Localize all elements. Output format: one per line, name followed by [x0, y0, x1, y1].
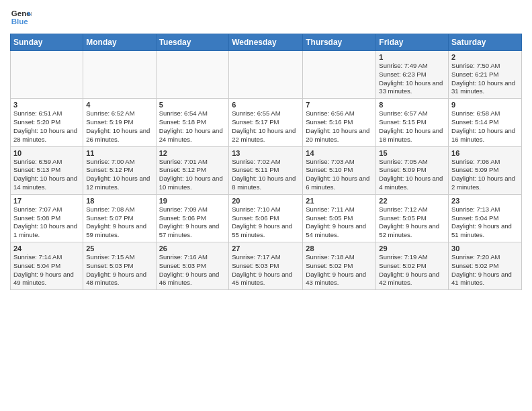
logo: General Blue — [10, 7, 32, 28]
calendar-day-cell: 7Sunrise: 6:56 AM Sunset: 5:16 PM Daylig… — [303, 99, 376, 146]
logo-icon: General Blue — [10, 7, 32, 28]
calendar-day-cell: 19Sunrise: 7:09 AM Sunset: 5:06 PM Dayli… — [156, 194, 229, 242]
day-info: Sunrise: 7:15 AM Sunset: 5:03 PM Dayligh… — [86, 253, 152, 287]
calendar-day-cell: 12Sunrise: 7:01 AM Sunset: 5:12 PM Dayli… — [156, 146, 229, 194]
day-number: 6 — [232, 101, 300, 109]
calendar-day-cell — [229, 51, 303, 99]
calendar-week-row: 24Sunrise: 7:14 AM Sunset: 5:04 PM Dayli… — [11, 242, 522, 290]
day-info: Sunrise: 7:02 AM Sunset: 5:11 PM Dayligh… — [232, 158, 300, 192]
day-info: Sunrise: 7:11 AM Sunset: 5:05 PM Dayligh… — [306, 205, 373, 240]
calendar-day-cell: 3Sunrise: 6:51 AM Sunset: 5:20 PM Daylig… — [11, 99, 83, 146]
day-number: 9 — [451, 101, 519, 109]
calendar-day-header: Monday — [83, 34, 156, 51]
day-info: Sunrise: 7:18 AM Sunset: 5:02 PM Dayligh… — [306, 253, 373, 287]
day-info: Sunrise: 7:49 AM Sunset: 6:23 PM Dayligh… — [379, 62, 445, 96]
day-number: 30 — [451, 244, 519, 253]
day-info: Sunrise: 6:55 AM Sunset: 5:17 PM Dayligh… — [232, 109, 300, 144]
day-number: 29 — [379, 244, 445, 253]
calendar-day-cell: 30Sunrise: 7:20 AM Sunset: 5:02 PM Dayli… — [449, 242, 522, 290]
calendar-day-cell: 5Sunrise: 6:54 AM Sunset: 5:18 PM Daylig… — [156, 99, 229, 146]
calendar-day-cell: 29Sunrise: 7:19 AM Sunset: 5:02 PM Dayli… — [376, 242, 449, 290]
day-info: Sunrise: 6:57 AM Sunset: 5:15 PM Dayligh… — [379, 109, 445, 144]
calendar-day-header: Sunday — [11, 34, 83, 51]
day-info: Sunrise: 6:56 AM Sunset: 5:16 PM Dayligh… — [306, 109, 373, 144]
day-info: Sunrise: 6:51 AM Sunset: 5:20 PM Dayligh… — [13, 109, 80, 144]
day-number: 23 — [451, 197, 519, 205]
day-info: Sunrise: 7:14 AM Sunset: 5:04 PM Dayligh… — [13, 253, 80, 287]
day-info: Sunrise: 7:03 AM Sunset: 5:10 PM Dayligh… — [306, 158, 373, 192]
day-info: Sunrise: 7:50 AM Sunset: 6:21 PM Dayligh… — [451, 62, 519, 96]
calendar-day-header: Friday — [376, 34, 449, 51]
calendar-table: SundayMondayTuesdayWednesdayThursdayFrid… — [10, 34, 522, 290]
day-number: 7 — [306, 101, 373, 109]
day-info: Sunrise: 7:08 AM Sunset: 5:07 PM Dayligh… — [86, 205, 152, 240]
calendar-day-cell — [11, 51, 83, 99]
day-info: Sunrise: 6:59 AM Sunset: 5:13 PM Dayligh… — [13, 158, 80, 192]
calendar-day-cell: 22Sunrise: 7:12 AM Sunset: 5:05 PM Dayli… — [376, 194, 449, 242]
calendar-day-cell: 8Sunrise: 6:57 AM Sunset: 5:15 PM Daylig… — [376, 99, 449, 146]
day-info: Sunrise: 7:07 AM Sunset: 5:08 PM Dayligh… — [13, 205, 80, 240]
calendar-day-cell: 10Sunrise: 6:59 AM Sunset: 5:13 PM Dayli… — [11, 146, 83, 194]
day-info: Sunrise: 7:06 AM Sunset: 5:09 PM Dayligh… — [451, 158, 519, 192]
day-info: Sunrise: 7:12 AM Sunset: 5:05 PM Dayligh… — [379, 205, 445, 240]
calendar-day-cell: 24Sunrise: 7:14 AM Sunset: 5:04 PM Dayli… — [11, 242, 83, 290]
calendar-day-header: Tuesday — [156, 34, 229, 51]
day-number: 5 — [159, 101, 226, 109]
day-info: Sunrise: 7:01 AM Sunset: 5:12 PM Dayligh… — [159, 158, 226, 192]
day-info: Sunrise: 7:05 AM Sunset: 5:09 PM Dayligh… — [379, 158, 445, 192]
day-number: 17 — [13, 197, 80, 205]
day-number: 1 — [379, 53, 445, 61]
day-number: 22 — [379, 197, 445, 205]
day-info: Sunrise: 7:16 AM Sunset: 5:03 PM Dayligh… — [159, 253, 226, 287]
svg-text:Blue: Blue — [11, 17, 29, 26]
day-info: Sunrise: 7:09 AM Sunset: 5:06 PM Dayligh… — [159, 205, 226, 240]
calendar-day-cell — [156, 51, 229, 99]
day-number: 26 — [159, 244, 226, 253]
day-number: 25 — [86, 244, 152, 253]
day-info: Sunrise: 7:19 AM Sunset: 5:02 PM Dayligh… — [379, 253, 445, 287]
calendar-day-cell: 21Sunrise: 7:11 AM Sunset: 5:05 PM Dayli… — [303, 194, 376, 242]
calendar-week-row: 1Sunrise: 7:49 AM Sunset: 6:23 PM Daylig… — [11, 51, 522, 99]
calendar-day-cell: 1Sunrise: 7:49 AM Sunset: 6:23 PM Daylig… — [376, 51, 449, 99]
day-number: 16 — [451, 149, 519, 157]
day-number: 10 — [13, 149, 80, 157]
day-number: 20 — [232, 197, 300, 205]
day-number: 24 — [13, 244, 80, 253]
day-number: 4 — [86, 101, 152, 109]
day-number: 18 — [86, 197, 152, 205]
day-info: Sunrise: 7:00 AM Sunset: 5:12 PM Dayligh… — [86, 158, 152, 192]
day-info: Sunrise: 7:17 AM Sunset: 5:03 PM Dayligh… — [232, 253, 300, 287]
calendar-day-cell: 27Sunrise: 7:17 AM Sunset: 5:03 PM Dayli… — [229, 242, 303, 290]
calendar-day-cell: 2Sunrise: 7:50 AM Sunset: 6:21 PM Daylig… — [449, 51, 522, 99]
calendar-day-cell: 9Sunrise: 6:58 AM Sunset: 5:14 PM Daylig… — [449, 99, 522, 146]
calendar-day-cell: 11Sunrise: 7:00 AM Sunset: 5:12 PM Dayli… — [83, 146, 156, 194]
day-number: 27 — [232, 244, 300, 253]
day-info: Sunrise: 6:52 AM Sunset: 5:19 PM Dayligh… — [86, 109, 152, 144]
calendar-week-row: 10Sunrise: 6:59 AM Sunset: 5:13 PM Dayli… — [11, 146, 522, 194]
day-info: Sunrise: 7:10 AM Sunset: 5:06 PM Dayligh… — [232, 205, 300, 240]
day-info: Sunrise: 7:13 AM Sunset: 5:04 PM Dayligh… — [451, 205, 519, 240]
calendar-day-header: Thursday — [303, 34, 376, 51]
calendar-day-cell: 17Sunrise: 7:07 AM Sunset: 5:08 PM Dayli… — [11, 194, 83, 242]
calendar-day-cell: 6Sunrise: 6:55 AM Sunset: 5:17 PM Daylig… — [229, 99, 303, 146]
calendar-day-cell: 13Sunrise: 7:02 AM Sunset: 5:11 PM Dayli… — [229, 146, 303, 194]
calendar-day-cell: 23Sunrise: 7:13 AM Sunset: 5:04 PM Dayli… — [449, 194, 522, 242]
calendar-day-cell: 20Sunrise: 7:10 AM Sunset: 5:06 PM Dayli… — [229, 194, 303, 242]
page-header: General Blue — [10, 7, 522, 28]
calendar-day-cell: 26Sunrise: 7:16 AM Sunset: 5:03 PM Dayli… — [156, 242, 229, 290]
calendar-week-row: 3Sunrise: 6:51 AM Sunset: 5:20 PM Daylig… — [11, 99, 522, 146]
day-number: 13 — [232, 149, 300, 157]
day-number: 2 — [451, 53, 519, 61]
calendar-day-cell: 15Sunrise: 7:05 AM Sunset: 5:09 PM Dayli… — [376, 146, 449, 194]
calendar-day-cell: 14Sunrise: 7:03 AM Sunset: 5:10 PM Dayli… — [303, 146, 376, 194]
day-info: Sunrise: 6:54 AM Sunset: 5:18 PM Dayligh… — [159, 109, 226, 144]
day-number: 21 — [306, 197, 373, 205]
calendar-day-cell: 18Sunrise: 7:08 AM Sunset: 5:07 PM Dayli… — [83, 194, 156, 242]
day-number: 15 — [379, 149, 445, 157]
day-number: 14 — [306, 149, 373, 157]
day-number: 28 — [306, 244, 373, 253]
calendar-day-cell — [83, 51, 156, 99]
calendar-week-row: 17Sunrise: 7:07 AM Sunset: 5:08 PM Dayli… — [11, 194, 522, 242]
day-number: 11 — [86, 149, 152, 157]
calendar-header-row: SundayMondayTuesdayWednesdayThursdayFrid… — [11, 34, 522, 51]
